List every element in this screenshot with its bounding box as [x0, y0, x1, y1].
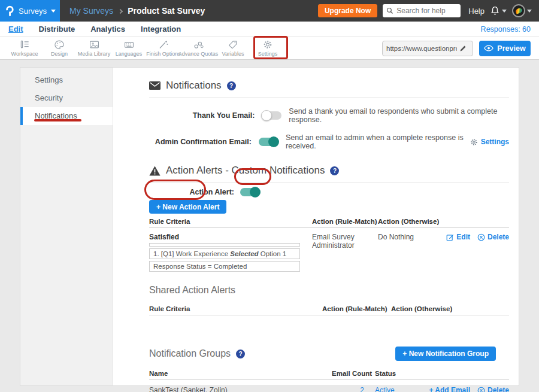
help-search[interactable]	[383, 4, 461, 17]
group-status[interactable]: Active	[375, 386, 395, 392]
admin-confirmation-toggle[interactable]	[259, 138, 278, 146]
workspace-area: Settings Security Notifications Notifica…	[0, 60, 539, 392]
palette-icon	[54, 39, 65, 50]
thank-you-email-row: Thank You Email: Send a thank you email …	[149, 107, 509, 124]
toolbar-item-design[interactable]: Design	[42, 39, 77, 57]
warning-triangle-icon	[149, 166, 161, 176]
action-alert-row: Satisfied 1. [Q1] Work Experience Select…	[149, 233, 509, 272]
add-email-link[interactable]: + Add Email	[429, 386, 470, 392]
responses-count[interactable]: Responses: 60	[481, 25, 531, 34]
help-icon[interactable]: ?	[330, 166, 339, 175]
notifications-bell-button[interactable]	[490, 5, 507, 16]
edit-alert-link[interactable]: Edit	[446, 233, 470, 241]
section-title: Action Alerts - Custom Notifications	[166, 165, 325, 177]
col-email-count: Email Count	[332, 370, 375, 377]
action-alert-toggle[interactable]	[240, 188, 260, 196]
notifications-content: Notifications ? Thank You Email: Send a …	[113, 68, 519, 385]
sidebar-item-notifications[interactable]: Notifications	[20, 107, 113, 125]
notification-groups-header: Notification Groups ? + New Notification…	[149, 347, 509, 361]
action-alert-label: Action Alert:	[149, 188, 234, 196]
survey-url-field[interactable]	[382, 41, 473, 56]
toolbar-item-media-library[interactable]: Media Library	[77, 39, 111, 57]
rule-status: Satisfied	[149, 233, 312, 241]
col-action-rule-match: Action (Rule-Match)	[312, 218, 378, 225]
help-icon[interactable]: ?	[236, 350, 245, 358]
tag-icon	[228, 39, 238, 50]
upgrade-now-button[interactable]: Upgrade Now	[318, 4, 377, 17]
gear-icon	[262, 39, 273, 50]
thank-you-email-label: Thank You Email:	[149, 111, 255, 120]
survey-nav: Edit Distribute Analytics Integration Re…	[0, 22, 539, 37]
col-action-rule-match: Action (Rule-Match)	[322, 305, 391, 312]
keyboard-icon	[123, 39, 135, 50]
chevron-down-icon	[502, 10, 507, 13]
action-alerts-section-header: Action Alerts - Custom Notifications ?	[149, 165, 509, 177]
product-switcher[interactable]: Surveys	[0, 0, 60, 22]
tab-edit[interactable]: Edit	[8, 25, 23, 34]
toolbar-item-workspace[interactable]: Workspace	[7, 39, 42, 57]
delete-circle-icon	[477, 233, 485, 241]
envelope-icon	[149, 81, 161, 90]
chain-links-icon	[193, 39, 204, 50]
questionpro-logo-icon	[4, 5, 14, 17]
admin-confirmation-desc: Send an email to admin when a complete r…	[286, 133, 470, 150]
edit-toolbar: Workspace Design Media Library Languages…	[0, 37, 539, 60]
criteria-box-1: 1. [Q1] Work Experience Selected Option …	[149, 248, 300, 259]
gear-icon	[470, 138, 478, 146]
admin-confirmation-label: Admin Confirmation Email:	[149, 138, 252, 146]
tab-analytics[interactable]: Analytics	[90, 25, 125, 34]
col-rule-criteria: Rule Criteria	[149, 305, 322, 312]
shared-alerts-section-header: Shared Action Alerts	[149, 285, 509, 296]
delete-circle-icon	[477, 387, 485, 392]
chevron-down-icon	[51, 10, 56, 13]
account-menu-button[interactable]	[512, 4, 532, 17]
section-title: Notifications	[166, 80, 222, 92]
group-name-cell: SankTest (Sanket, Zolin)	[149, 386, 332, 392]
rule-match-cell: Email Survey Administrator	[312, 233, 378, 250]
search-icon	[386, 7, 393, 14]
col-action-otherwise: Action (Otherwise)	[391, 305, 509, 312]
toolbar-item-languages[interactable]: Languages	[111, 39, 146, 57]
col-action-otherwise: Action (Otherwise)	[378, 218, 444, 225]
help-icon[interactable]: ?	[227, 81, 236, 90]
avatar	[512, 4, 525, 17]
breadcrumb-parent[interactable]: My Surveys	[69, 6, 113, 16]
toolbar-item-variables[interactable]: Variables	[216, 39, 250, 57]
sidebar-item-settings[interactable]: Settings	[20, 71, 113, 89]
thank-you-email-toggle[interactable]	[262, 111, 281, 120]
help-search-input[interactable]	[396, 7, 456, 15]
action-alerts-table-header: Rule Criteria Action (Rule-Match) Action…	[149, 218, 509, 228]
sidebar-item-security[interactable]: Security	[20, 89, 113, 107]
email-count-link[interactable]: 2	[360, 386, 364, 392]
pencil-icon[interactable]	[459, 45, 467, 52]
magic-wand-icon	[158, 39, 169, 50]
admin-confirmation-row: Admin Confirmation Email: Send an email …	[149, 133, 509, 150]
chevron-down-icon	[527, 10, 532, 13]
new-notification-group-button[interactable]: + New Notification Group	[395, 347, 496, 361]
row-actions: Edit Delete	[444, 233, 509, 241]
tab-integration[interactable]: Integration	[141, 25, 181, 34]
survey-url-input[interactable]	[386, 45, 457, 52]
shared-alerts-table-header: Rule Criteria Action (Rule-Match) Action…	[149, 305, 509, 315]
breadcrumb-chevron-icon	[118, 8, 123, 13]
breadcrumb-current: Product Sat Survey	[128, 6, 205, 16]
settings-sidebar: Settings Security Notifications	[20, 68, 113, 385]
delete-group-link[interactable]: Delete	[477, 386, 509, 392]
new-action-alert-button[interactable]: + New Action Alert	[149, 200, 226, 214]
criteria-box-empty	[149, 243, 300, 247]
toolbar-item-settings[interactable]: Settings	[250, 39, 285, 57]
section-title: Shared Action Alerts	[149, 285, 235, 296]
criteria-box-2: Response Status = Completed	[149, 261, 300, 272]
toolbar-item-finish-options[interactable]: Finish Options	[146, 39, 181, 57]
bell-icon	[490, 5, 500, 16]
thank-you-email-desc: Send a thank you email to respondents wh…	[289, 107, 509, 124]
breadcrumb: My Surveys Product Sat Survey	[69, 6, 205, 16]
admin-settings-link[interactable]: Settings	[470, 138, 509, 146]
tab-distribute[interactable]: Distribute	[39, 25, 75, 34]
toolbar-item-advance-quotas[interactable]: Advance Quotas	[181, 39, 216, 57]
col-rule-criteria: Rule Criteria	[149, 218, 312, 225]
delete-alert-link[interactable]: Delete	[477, 233, 509, 241]
col-name: Name	[149, 370, 332, 377]
preview-button[interactable]: Preview	[479, 41, 531, 56]
help-link[interactable]: Help	[468, 7, 485, 16]
